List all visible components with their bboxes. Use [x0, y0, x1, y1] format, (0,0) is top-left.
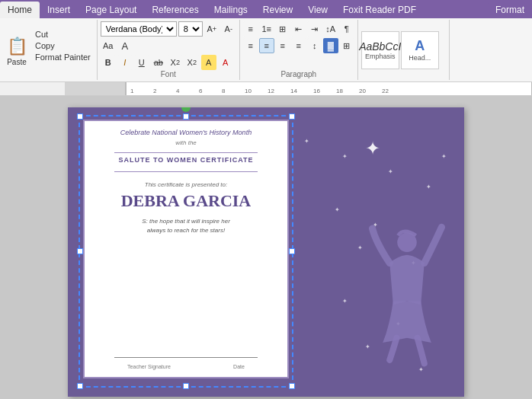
clipboard-small-buttons: Cut Copy Format Painter [32, 21, 95, 80]
handle-bottom-left[interactable] [77, 383, 83, 389]
font-size-select[interactable]: 8 [178, 21, 203, 37]
handle-top-center[interactable] [183, 113, 189, 120]
text-effects-button[interactable]: A [117, 38, 133, 53]
paste-icon: 📋 [6, 35, 27, 58]
cert-divider-bottom [114, 171, 258, 172]
bullets-button[interactable]: ≡ [243, 21, 258, 37]
font-row-2: Aa A [101, 38, 236, 53]
tab-view[interactable]: View [300, 2, 335, 18]
handle-bottom-center[interactable] [183, 383, 189, 389]
tab-home[interactable]: Home [0, 2, 40, 18]
cert-date-label: Date [233, 364, 245, 369]
line-spacing-button[interactable]: ↕ [307, 38, 322, 53]
tab-mailings[interactable]: Mailings [207, 2, 255, 18]
cert-recipient-name: DEBRA GARCIA [121, 191, 252, 211]
paragraph-row-1: ≡ 1≡ ⊞ ⇤ ⇥ ↕A ¶ [243, 21, 354, 37]
sort-button[interactable]: ↕A [323, 21, 338, 37]
font-color-button[interactable]: A [218, 55, 233, 70]
style-emphasis-caption: Emphasis [365, 53, 396, 60]
styles-group: AaBbCcI Emphasis A Head... [358, 20, 450, 80]
tab-references[interactable]: References [144, 2, 206, 18]
font-grow-button[interactable]: A+ [204, 21, 220, 37]
handle-bottom-right[interactable] [289, 383, 295, 389]
certificate-background: ✦ ✦ ✦ ✦ ✦ ✦ ✦ ✦ ✦ ✦ ✦ ✦ ✦ ✦ ✦ ✦ [68, 107, 464, 397]
copy-button[interactable]: Copy [32, 40, 94, 51]
cert-signature-line [114, 357, 258, 358]
align-right-button[interactable]: ≡ [275, 38, 290, 53]
clipboard-group: 📋 Paste Cut Copy Format Painter [0, 20, 98, 80]
font-face-select[interactable]: Verdana (Body) [101, 21, 177, 37]
woman-silhouette [365, 222, 449, 374]
cert-title: Celebrate National Women's History Month [120, 129, 252, 136]
cert-with: with the [175, 139, 197, 146]
cert-footer: Teacher Signature Date [96, 364, 276, 369]
increase-indent-button[interactable]: ⇥ [307, 21, 322, 37]
ruler: 1 2 4 6 8 10 12 14 16 18 20 22 [0, 82, 532, 96]
font-row-3: B I U ab X2 X2 A A [101, 55, 236, 70]
font-shrink-button[interactable]: A- [221, 21, 236, 37]
cert-divider-top [114, 152, 258, 153]
numbering-button[interactable]: 1≡ [259, 21, 274, 37]
style-heading-caption: Head... [409, 54, 431, 62]
tab-foxit[interactable]: Foxit Reader PDF [335, 2, 424, 18]
paste-button[interactable]: 📋 Paste [2, 21, 32, 80]
cert-quote-line2: always to reach for the stars! [147, 227, 225, 234]
change-case-button[interactable]: Aa [101, 38, 116, 53]
font-group-label: Font [101, 70, 236, 78]
style-emphasis-label: AaBbCcI [359, 40, 401, 53]
styles-row: AaBbCcI Emphasis A Head... [361, 21, 446, 78]
borders-button[interactable]: ⊞ [339, 38, 354, 53]
tab-bar: Home Insert Page Layout References Maili… [0, 0, 532, 18]
paragraph-group-label: Paragraph [243, 70, 354, 78]
align-center-button[interactable]: ≡ [259, 38, 274, 53]
ruler-inner: 1 2 4 6 8 10 12 14 16 18 20 22 [126, 82, 532, 95]
handle-middle-left[interactable] [77, 248, 83, 254]
paragraph-group: ≡ 1≡ ⊞ ⇤ ⇥ ↕A ¶ ≡ ≡ ≡ ≡ ↕ ▓ ⊞ Paragraph [240, 20, 358, 80]
document-area: ✦ ✦ ✦ ✦ ✦ ✦ ✦ ✦ ✦ ✦ ✦ ✦ ✦ ✦ ✦ ✦ [0, 96, 532, 399]
handle-top-right[interactable] [289, 113, 295, 120]
paragraph-row-2: ≡ ≡ ≡ ≡ ↕ ▓ ⊞ [243, 38, 354, 53]
style-emphasis[interactable]: AaBbCcI Emphasis [361, 31, 399, 69]
justify-button[interactable]: ≡ [291, 38, 306, 53]
font-row-1: Verdana (Body) 8 A+ A- [101, 21, 236, 37]
handle-top-left[interactable] [77, 113, 83, 120]
document-page: ✦ ✦ ✦ ✦ ✦ ✦ ✦ ✦ ✦ ✦ ✦ ✦ ✦ ✦ ✦ ✦ [68, 107, 464, 397]
ribbon: 📋 Paste Cut Copy Format Painter Verdana … [0, 18, 532, 82]
strikethrough-button[interactable]: ab [151, 55, 166, 70]
subscript-button[interactable]: X2 [168, 55, 183, 70]
superscript-button[interactable]: X2 [184, 55, 200, 70]
decrease-indent-button[interactable]: ⇤ [291, 21, 306, 37]
tab-insert[interactable]: Insert [40, 2, 78, 18]
shading-button[interactable]: ▓ [323, 38, 338, 53]
tab-page-layout[interactable]: Page Layout [78, 2, 144, 18]
paste-label: Paste [7, 58, 27, 66]
show-hide-button[interactable]: ¶ [339, 21, 354, 37]
italic-button[interactable]: I [117, 55, 133, 70]
top-anchor[interactable] [181, 107, 191, 112]
handle-middle-right[interactable] [289, 248, 295, 254]
cert-sig-label: Teacher Signature [127, 364, 171, 369]
cut-button[interactable]: Cut [32, 29, 94, 40]
tab-format[interactable]: Format [488, 2, 532, 18]
cert-quote-line1: S: the hope that it will inspire her [142, 218, 230, 225]
font-group: Verdana (Body) 8 A+ A- Aa A B I U ab X2 … [98, 20, 240, 80]
style-heading-label: A [415, 38, 425, 54]
certificate-inner: Celebrate National Women's History Month… [83, 120, 289, 378]
format-painter-button[interactable]: Format Painter [32, 52, 94, 62]
cert-subtitle: SALUTE TO WOMEN CERTIFICATE [118, 156, 253, 164]
cert-presented: This certificate is presented to: [145, 181, 228, 188]
bold-button[interactable]: B [101, 55, 116, 70]
style-heading[interactable]: A Head... [401, 31, 439, 69]
text-highlight-button[interactable]: A [201, 55, 216, 70]
tab-review[interactable]: Review [255, 2, 300, 18]
cert-quote: S: the hope that it will inspire her alw… [142, 217, 230, 235]
align-left-button[interactable]: ≡ [243, 38, 258, 53]
multilevel-list-button[interactable]: ⊞ [275, 21, 290, 37]
underline-button[interactable]: U [134, 55, 149, 70]
